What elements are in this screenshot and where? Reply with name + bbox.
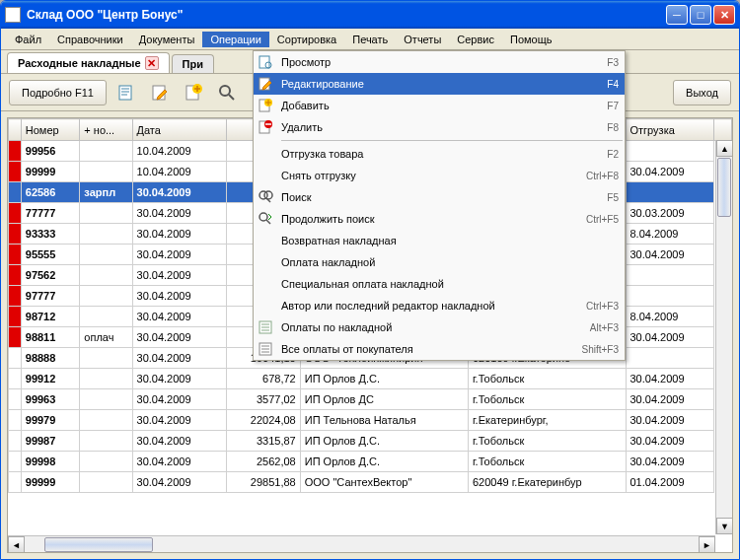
- add-icon[interactable]: [180, 79, 207, 106]
- cell[interactable]: [626, 265, 713, 286]
- menu-item[interactable]: ПоискF5: [254, 186, 625, 208]
- cell[interactable]: [80, 369, 132, 389]
- cell[interactable]: 2562,08: [227, 452, 300, 472]
- cell[interactable]: 10.04.2009: [132, 162, 227, 182]
- cell[interactable]: 30.04.2009: [626, 245, 713, 265]
- cell[interactable]: [80, 307, 132, 327]
- cell[interactable]: 30.04.2009: [626, 327, 713, 348]
- cell[interactable]: 30.04.2009: [132, 348, 227, 369]
- cell[interactable]: [626, 286, 713, 307]
- cell[interactable]: ИП Орлов ДС: [300, 389, 468, 410]
- menu-item[interactable]: РедактированиеF4: [254, 73, 625, 95]
- cell[interactable]: г.Тобольск: [468, 369, 626, 389]
- maximize-button[interactable]: □: [690, 5, 711, 25]
- cell[interactable]: [80, 265, 132, 286]
- cell[interactable]: 99963: [21, 389, 80, 410]
- cell[interactable]: 98712: [21, 307, 80, 327]
- cell[interactable]: [80, 203, 132, 224]
- cell[interactable]: 99987: [21, 431, 80, 452]
- exit-button[interactable]: Выход: [673, 80, 731, 105]
- cell[interactable]: [80, 245, 132, 265]
- cell[interactable]: 30.04.2009: [132, 431, 227, 452]
- cell[interactable]: 30.04.2009: [626, 452, 713, 472]
- cell[interactable]: [626, 348, 713, 369]
- scroll-thumb-h[interactable]: [44, 537, 153, 552]
- menu-сортировка[interactable]: Сортировка: [269, 32, 344, 47]
- menu-item[interactable]: Специальная оплата накладной: [254, 273, 625, 295]
- cell[interactable]: 30.04.2009: [132, 224, 227, 245]
- cell[interactable]: 77777: [21, 203, 80, 224]
- cell[interactable]: 8.04.2009: [626, 307, 713, 327]
- menu-item[interactable]: Возвратная накладная: [254, 230, 625, 251]
- cell[interactable]: 30.03.2009: [626, 203, 713, 224]
- cell[interactable]: оплач: [80, 327, 132, 348]
- cell[interactable]: 97777: [21, 286, 80, 307]
- close-button[interactable]: ✕: [713, 5, 735, 25]
- table-row[interactable]: 9991230.04.2009678,72ИП Орлов Д.С.г.Тобо…: [9, 369, 732, 389]
- menu-item[interactable]: УдалитьF8: [254, 116, 625, 138]
- menu-отчеты[interactable]: Отчеты: [396, 32, 449, 47]
- cell[interactable]: 93333: [21, 224, 80, 245]
- tab[interactable]: При: [172, 54, 214, 73]
- menu-item[interactable]: Оплата накладной: [254, 251, 625, 273]
- cell[interactable]: 30.04.2009: [626, 431, 713, 452]
- cell[interactable]: [80, 224, 132, 245]
- cell[interactable]: 30.04.2009: [132, 245, 227, 265]
- scroll-up-icon[interactable]: ▲: [716, 140, 733, 157]
- table-row[interactable]: 9998730.04.20093315,87ИП Орлов Д.С.г.Тоб…: [9, 431, 732, 452]
- cell[interactable]: г.Екатеринбург,: [468, 410, 626, 431]
- scroll-left-icon[interactable]: ◄: [8, 536, 25, 553]
- cell[interactable]: 30.04.2009: [626, 369, 713, 389]
- column-header[interactable]: + но...: [80, 119, 132, 141]
- cell[interactable]: [80, 286, 132, 307]
- column-header[interactable]: Отгрузка: [626, 119, 713, 141]
- cell[interactable]: 30.04.2009: [626, 162, 713, 182]
- tab[interactable]: Расходные накладные✕: [7, 52, 170, 73]
- cell[interactable]: 10.04.2009: [132, 141, 227, 162]
- horizontal-scrollbar[interactable]: ◄ ►: [8, 535, 715, 552]
- scroll-down-icon[interactable]: ▼: [716, 518, 733, 534]
- menu-item[interactable]: Оплаты по накладнойAlt+F3: [254, 316, 625, 338]
- cell[interactable]: 99979: [21, 410, 80, 431]
- cell[interactable]: 22024,08: [227, 410, 300, 431]
- detail-button[interactable]: Подробно F11: [9, 80, 107, 105]
- menu-помощь[interactable]: Помощь: [502, 32, 560, 47]
- cell[interactable]: 99999: [21, 472, 80, 493]
- cell[interactable]: 62586: [21, 182, 80, 203]
- cell[interactable]: 29851,88: [227, 472, 300, 493]
- cell[interactable]: 30.04.2009: [132, 327, 227, 348]
- menu-item[interactable]: Снять отгрузкуCtrl+F8: [254, 165, 625, 186]
- cell[interactable]: г.Тобольск: [468, 389, 626, 410]
- column-header[interactable]: [9, 119, 22, 141]
- cell[interactable]: 620049 г.Екатеринбур: [468, 472, 626, 493]
- cell[interactable]: 678,72: [227, 369, 300, 389]
- cell[interactable]: [626, 141, 713, 162]
- menu-item[interactable]: Все оплаты от покупателяShift+F3: [254, 338, 625, 360]
- cell[interactable]: 30.04.2009: [132, 307, 227, 327]
- cell[interactable]: 8.04.2009: [626, 224, 713, 245]
- menu-операции[interactable]: Операции: [202, 32, 268, 47]
- menu-item[interactable]: Продолжить поискCtrl+F5: [254, 208, 625, 230]
- menu-item[interactable]: ДобавитьF7: [254, 95, 625, 116]
- cell[interactable]: ООО "СантехВектор": [300, 472, 468, 493]
- cell[interactable]: 3577,02: [227, 389, 300, 410]
- cell[interactable]: зарпл: [80, 182, 132, 203]
- cell[interactable]: 30.04.2009: [132, 203, 227, 224]
- table-row[interactable]: 9999830.04.20092562,08ИП Орлов Д.С.г.Тоб…: [9, 452, 732, 472]
- cell[interactable]: г.Тобольск: [468, 431, 626, 452]
- tab-close-icon[interactable]: ✕: [145, 56, 159, 70]
- scroll-right-icon[interactable]: ►: [699, 536, 715, 553]
- cell[interactable]: 30.04.2009: [132, 410, 227, 431]
- cell[interactable]: [80, 389, 132, 410]
- cell[interactable]: 3315,87: [227, 431, 300, 452]
- cell[interactable]: 98888: [21, 348, 80, 369]
- cell[interactable]: [80, 162, 132, 182]
- vertical-scrollbar[interactable]: ▲ ▼: [715, 140, 732, 534]
- search-icon[interactable]: [213, 79, 241, 106]
- table-row[interactable]: 9999930.04.200929851,88ООО "СантехВектор…: [9, 472, 732, 493]
- column-header[interactable]: Номер: [21, 119, 80, 141]
- menu-item[interactable]: ПросмотрF3: [254, 51, 625, 73]
- edit-icon[interactable]: [146, 79, 174, 106]
- cell[interactable]: 97562: [21, 265, 80, 286]
- cell[interactable]: [80, 431, 132, 452]
